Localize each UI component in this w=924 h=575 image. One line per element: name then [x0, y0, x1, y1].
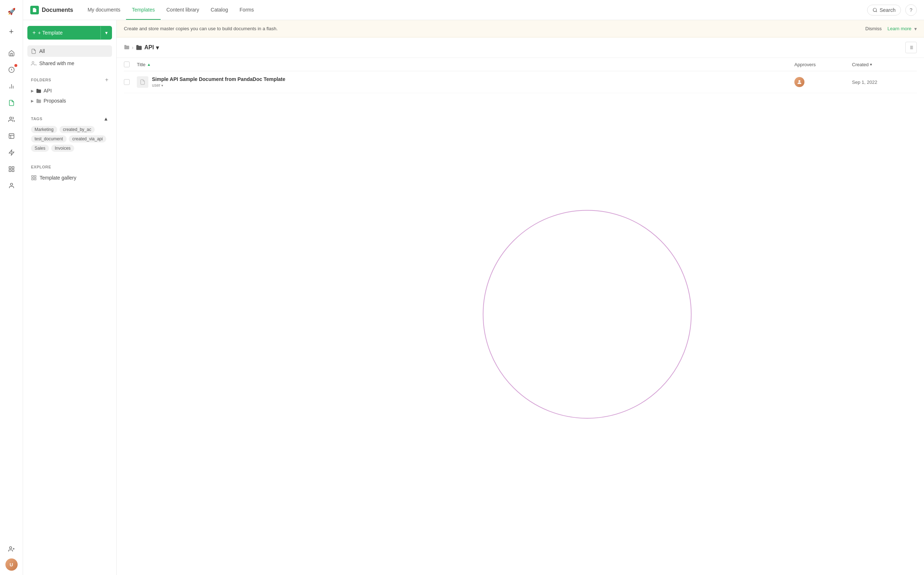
current-folder-icon — [136, 44, 142, 51]
svg-rect-12 — [12, 170, 14, 172]
nav-right: Search ? — [867, 4, 917, 16]
invite-user-icon[interactable] — [4, 542, 19, 556]
row-user-chevron-icon: ▾ — [161, 84, 163, 87]
view-toggle-button[interactable] — [905, 42, 917, 53]
explore-section: EXPLORE Template gallery — [27, 164, 112, 184]
dropdown-arrow-icon: ▾ — [105, 30, 108, 36]
search-button[interactable]: Search — [867, 5, 901, 16]
folders-title: FOLDERS — [31, 78, 51, 82]
gallery-icon — [31, 175, 37, 181]
tasks-icon[interactable] — [4, 63, 19, 77]
folders-section: FOLDERS + ▶ API ▶ Proposals — [27, 76, 112, 106]
tab-content-library[interactable]: Content library — [161, 0, 205, 20]
top-nav: Documents My documents Templates Content… — [23, 0, 924, 20]
approvers-label: Approvers — [794, 62, 816, 67]
templates-rail-icon[interactable] — [4, 162, 19, 176]
svg-point-4 — [10, 117, 11, 119]
folder-item-proposals[interactable]: ▶ Proposals — [27, 96, 112, 106]
charts-icon[interactable] — [4, 79, 19, 94]
svg-point-17 — [873, 8, 876, 11]
new-template-label: + Template — [38, 30, 63, 36]
shared-icon — [31, 61, 37, 66]
contacts-icon[interactable] — [4, 178, 19, 193]
home-icon[interactable] — [4, 46, 19, 60]
title-sort-icon: ▲ — [147, 62, 151, 67]
svg-rect-21 — [34, 176, 36, 177]
row-checkbox[interactable] — [124, 79, 130, 85]
documents-icon[interactable] — [4, 96, 19, 110]
tags-list: Marketing created_by_ac test_document cr… — [27, 124, 112, 153]
tag-created-via-api[interactable]: created_via_api — [69, 135, 107, 143]
dismiss-button[interactable]: Dismiss — [862, 24, 885, 33]
folder-icon-proposals — [36, 98, 41, 104]
tag-sales[interactable]: Sales — [31, 145, 49, 152]
svg-point-13 — [10, 183, 13, 185]
nav-logo: Documents — [30, 6, 73, 14]
folder-proposals-label: Proposals — [43, 98, 66, 104]
created-sort-icon: ▾ — [870, 62, 872, 67]
folder-arrow-proposals: ▶ — [31, 99, 34, 103]
rules-icon[interactable] — [4, 129, 19, 143]
row-text-group: Simple API Sample Document from PandaDoc… — [152, 76, 285, 88]
add-folder-icon[interactable]: + — [105, 77, 108, 83]
svg-rect-23 — [34, 178, 36, 180]
tag-test-document[interactable]: test_document — [31, 135, 67, 143]
all-docs-icon — [31, 49, 37, 54]
breadcrumb-current-folder[interactable]: API ▾ — [136, 44, 159, 51]
team-icon[interactable] — [4, 112, 19, 127]
svg-point-19 — [32, 61, 34, 63]
tab-my-documents[interactable]: My documents — [82, 0, 126, 20]
main-area: Documents My documents Templates Content… — [23, 0, 924, 575]
svg-rect-11 — [9, 170, 11, 172]
new-template-button[interactable]: + + Template ▾ — [27, 26, 112, 40]
created-column-header[interactable]: Created ▾ — [852, 62, 917, 67]
sidebar-item-shared[interactable]: Shared with me — [27, 57, 112, 69]
bolt-icon[interactable] — [4, 145, 19, 160]
breadcrumb-root[interactable] — [124, 44, 130, 51]
user-avatar[interactable]: U — [5, 558, 18, 571]
nav-tabs: My documents Templates Content library C… — [82, 0, 867, 20]
svg-rect-9 — [9, 167, 11, 168]
folder-api-label: API — [43, 88, 52, 94]
icon-rail: 🚀 + U — [0, 0, 23, 575]
tab-catalog[interactable]: Catalog — [205, 0, 234, 20]
folder-dropdown-icon[interactable]: ▾ — [156, 44, 159, 51]
add-new-icon[interactable]: + — [4, 24, 19, 39]
table-row[interactable]: Simple API Sample Document from PandaDoc… — [124, 71, 917, 93]
help-button[interactable]: ? — [905, 4, 917, 16]
row-approvers-col — [794, 77, 852, 87]
tag-created-by-ac[interactable]: created_by_ac — [59, 126, 95, 133]
tab-templates[interactable]: Templates — [126, 0, 161, 20]
title-column-header[interactable]: Title ▲ — [137, 62, 794, 67]
doc-icon — [30, 6, 39, 14]
tab-forms[interactable]: Forms — [234, 0, 260, 20]
svg-rect-22 — [32, 178, 33, 180]
path-bar: › API ▾ — [117, 37, 924, 58]
tag-invoices[interactable]: Invoices — [51, 145, 74, 152]
sidebar-shared-label: Shared with me — [39, 60, 74, 66]
folder-item-api[interactable]: ▶ API — [27, 86, 112, 96]
breadcrumb: › API ▾ — [124, 44, 159, 51]
header-check-col — [124, 62, 137, 67]
table-area: Title ▲ Approvers Created ▾ — [117, 58, 924, 575]
logo-icon[interactable]: 🚀 — [4, 4, 19, 19]
tag-marketing[interactable]: Marketing — [31, 126, 57, 133]
new-template-main[interactable]: + + Template — [27, 26, 100, 40]
tags-collapse-icon[interactable]: ▲ — [104, 116, 108, 122]
svg-rect-10 — [12, 167, 14, 168]
select-all-checkbox[interactable] — [124, 62, 130, 67]
explore-title: EXPLORE — [31, 165, 51, 169]
banner-chevron-icon[interactable]: ▾ — [914, 26, 917, 32]
new-template-dropdown[interactable]: ▾ — [100, 26, 112, 39]
row-checkbox-col — [124, 79, 137, 85]
sidebar-item-all[interactable]: All — [27, 45, 112, 57]
nav-brand: Documents — [42, 7, 73, 13]
learn-more-button[interactable]: Learn more — [887, 26, 911, 31]
template-gallery-item[interactable]: Template gallery — [27, 172, 112, 184]
sidebar: + + Template ▾ All Shared with me F — [23, 20, 117, 575]
folders-header: FOLDERS + — [27, 76, 112, 84]
row-title-area: Simple API Sample Document from PandaDoc… — [137, 76, 794, 88]
row-created-col: Sep 1, 2022 — [852, 79, 917, 85]
table-header: Title ▲ Approvers Created ▾ — [124, 58, 917, 71]
svg-line-18 — [876, 11, 877, 12]
